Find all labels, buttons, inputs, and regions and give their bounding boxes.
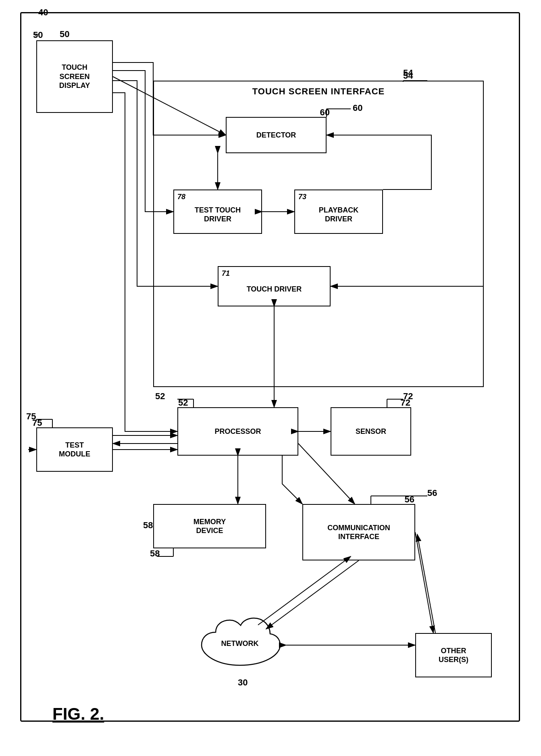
- touch-driver-box: 71 TOUCH DRIVER: [218, 266, 331, 306]
- playback-driver-box: 73 PLAYBACKDRIVER: [294, 190, 383, 234]
- test-touch-driver-box: 78 TEST TOUCHDRIVER: [173, 190, 262, 234]
- ref-71: 71: [222, 269, 230, 278]
- figure-number-40: 40: [38, 7, 48, 18]
- detector-box: DETECTOR 60: [226, 117, 327, 153]
- communication-interface-box: COMMUNICATIONINTERFACE 56: [302, 504, 415, 560]
- ref-58: 58: [150, 548, 160, 559]
- ref-60: 60: [320, 107, 330, 118]
- memory-device-label: MEMORYDEVICE: [194, 517, 226, 535]
- ref-58-label: 58: [143, 520, 153, 531]
- playback-driver-label: PLAYBACKDRIVER: [319, 206, 358, 224]
- touch-driver-label: TOUCH DRIVER: [247, 285, 302, 294]
- sensor-box: SENSOR 72: [331, 407, 411, 456]
- touch-screen-display-label: TOUCHSCREENDISPLAY: [59, 63, 90, 90]
- sensor-label: SENSOR: [356, 427, 386, 436]
- ref-52-label: 52: [155, 391, 165, 402]
- figure-caption: FIG. 2.: [52, 704, 104, 724]
- ref-78: 78: [177, 193, 185, 201]
- test-module-box: 75 TESTMODULE: [36, 427, 113, 472]
- ref-50-label: 50: [60, 29, 69, 40]
- memory-device-box: MEMORYDEVICE 58: [153, 504, 266, 548]
- ref-52: 52: [178, 398, 188, 408]
- other-users-label: OTHERUSER(S): [439, 646, 468, 664]
- ref-30: 30: [238, 677, 248, 688]
- network-cloud: NETWORK: [194, 617, 286, 673]
- test-touch-driver-label: TEST TOUCHDRIVER: [195, 206, 241, 224]
- processor-box: PROCESSOR 52: [177, 407, 298, 456]
- test-module-label: TESTMODULE: [59, 441, 90, 459]
- page: { "figure": { "number": "40", "caption":…: [0, 0, 541, 756]
- ref-73: 73: [298, 193, 306, 201]
- ref-54-label: 54: [403, 68, 413, 78]
- ref-60-label: 60: [353, 103, 362, 113]
- ref-72-label: 72: [403, 391, 413, 402]
- ref-75-label: 75: [26, 411, 36, 422]
- communication-interface-label: COMMUNICATIONINTERFACE: [327, 523, 390, 541]
- ref-56-label: 56: [427, 488, 437, 498]
- svg-text:NETWORK: NETWORK: [221, 639, 259, 648]
- tsi-label: TOUCH SCREEN INTERFACE: [154, 86, 483, 97]
- ref-50-bracket: ⌐: [35, 29, 40, 40]
- ref-56: 56: [405, 494, 414, 505]
- detector-label: DETECTOR: [256, 131, 296, 140]
- other-users-box: OTHERUSER(S): [415, 633, 492, 677]
- touch-screen-display-box: TOUCHSCREENDISPLAY 50: [36, 40, 113, 113]
- processor-label: PROCESSOR: [214, 427, 261, 436]
